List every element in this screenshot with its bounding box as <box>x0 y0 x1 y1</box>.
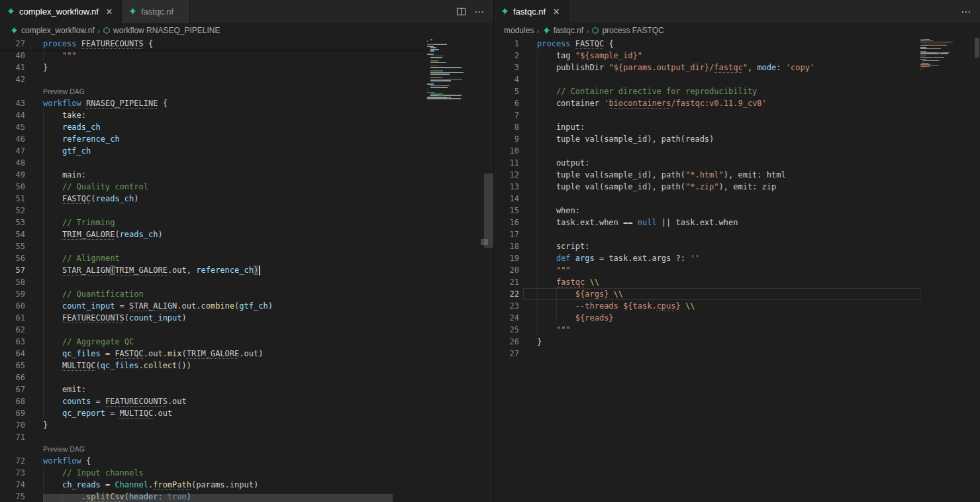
code-line[interactable]: 15 when: <box>494 205 980 217</box>
code-line[interactable]: 60 count_input = STAR_ALIGN.out.combine(… <box>0 300 493 312</box>
minimap-line <box>920 70 961 70</box>
more-actions-icon[interactable]: ⋯ <box>959 5 973 19</box>
code-token: = <box>115 301 129 311</box>
code-line[interactable]: 64 qc_files = FASTQC.out.mix(TRIM_GALORE… <box>0 348 493 360</box>
code-line[interactable]: 69 qc_report = MULTIQC.out <box>0 407 493 419</box>
code-line[interactable]: 24 ${reads} <box>494 312 980 324</box>
code-text: qc_report = MULTIQC.out <box>43 407 172 419</box>
breadcrumb-item[interactable]: fastqc.nf <box>542 26 583 35</box>
code-line[interactable]: 61 FEATURECOUNTS(count_input) <box>0 312 493 324</box>
code-line[interactable]: 71 <box>0 431 493 443</box>
code-line[interactable]: 74 ch_reads = Channel.fromPath(params.in… <box>0 479 493 491</box>
code-line[interactable]: 9 tuple val(sample_id), path(reads) <box>494 133 980 145</box>
code-line[interactable]: 8 input: <box>494 121 980 133</box>
code-line[interactable]: 42 <box>0 74 493 85</box>
code-line[interactable]: 18 script: <box>494 240 980 252</box>
code-line[interactable]: 66 <box>0 372 493 383</box>
code-text: take: <box>43 109 86 121</box>
codelens-preview-dag[interactable]: Preview DAG <box>43 445 85 453</box>
breadcrumb-item[interactable]: modules <box>504 26 534 35</box>
code-line[interactable]: 41} <box>0 62 493 74</box>
code-token: "${params.output_dir}/ <box>609 63 714 72</box>
code-line[interactable]: 4 <box>494 74 980 85</box>
editor[interactable]: 40 """41}42Preview DAG43workflow RNASEQ_… <box>0 38 493 502</box>
code-line[interactable]: 19 def args = task.ext.args ?: '' <box>494 252 980 264</box>
editor[interactable]: 1process FASTQC {2 tag "${sample_id}"3 p… <box>494 38 980 502</box>
line-number: 43 <box>0 97 25 109</box>
code-line[interactable]: 51 FASTQC(reads_ch) <box>0 193 493 205</box>
code-line[interactable]: 10 <box>494 145 980 157</box>
code-line[interactable]: 65 MULTIQC(qc_files.collect()) <box>0 360 493 372</box>
code-line[interactable]: 26} <box>494 336 980 348</box>
code-line[interactable]: 72workflow { <box>0 455 493 467</box>
tab-close-icon[interactable]: × <box>103 5 116 19</box>
code-line[interactable]: 17 <box>494 228 980 240</box>
code-line[interactable]: 7 <box>494 109 980 121</box>
more-actions-icon[interactable]: ⋯ <box>472 5 487 19</box>
code-line[interactable]: 21 fastqc \\ <box>494 276 980 288</box>
code-line[interactable]: 45 reads_ch <box>0 121 493 133</box>
editor-group-divider[interactable] <box>493 0 494 502</box>
code-line[interactable]: 40 """ <box>0 50 493 62</box>
code-line[interactable]: 73 // Input channels <box>0 467 493 479</box>
tab-fastqc-nf[interactable]: fastqc.nf× <box>494 0 569 23</box>
code-line[interactable]: 22 ${args} \\ <box>494 288 980 300</box>
horizontal-scrollbar[interactable] <box>43 494 393 502</box>
tab-close-icon[interactable]: × <box>550 5 563 19</box>
tab-fastqc-nf[interactable]: fastqc.nf <box>122 0 190 23</box>
sticky-scroll-line[interactable]: 27process FEATURECOUNTS { <box>0 38 427 50</box>
code-line[interactable]: 54 TRIM_GALORE(reads_ch) <box>0 228 493 240</box>
vertical-scrollbar[interactable] <box>484 174 493 248</box>
breadcrumb-item[interactable]: process FASTQC <box>591 26 663 35</box>
code-line[interactable]: 62 <box>0 324 493 336</box>
code-line[interactable]: 23 --threads ${task.cpus} \\ <box>494 300 980 312</box>
minimap[interactable] <box>427 39 484 100</box>
code-line[interactable]: 20 """ <box>494 264 980 276</box>
code-line[interactable]: 49 main: <box>0 169 493 181</box>
code-line[interactable]: 12 tuple val(sample_id), path("*.html"),… <box>494 169 980 181</box>
code-line[interactable]: 27process FEATURECOUNTS { <box>0 38 427 50</box>
code-line[interactable]: 47 gtf_ch <box>0 145 493 157</box>
code-text: counts = FEATURECOUNTS.out <box>43 395 187 407</box>
code-line[interactable]: 1process FASTQC { <box>494 38 980 50</box>
code-token: def <box>556 254 575 263</box>
split-editor-icon[interactable] <box>454 5 468 19</box>
breadcrumb-item[interactable]: complex_workflow.nf <box>10 26 95 35</box>
codelens-row[interactable]: Preview DAG <box>0 443 493 455</box>
code-line[interactable]: 70} <box>0 419 493 431</box>
code-line[interactable]: 16 task.ext.when == null || task.ext.whe… <box>494 217 980 228</box>
code-line[interactable]: 27 <box>494 348 980 360</box>
code-line[interactable]: 13 tuple val(sample_id), path("*.zip"), … <box>494 181 980 193</box>
code-line[interactable]: 11 output: <box>494 157 980 169</box>
code-line[interactable]: 56 // Alignment <box>0 252 493 264</box>
minimap[interactable] <box>920 39 961 71</box>
codelens-preview-dag[interactable]: Preview DAG <box>43 87 85 95</box>
code-line[interactable]: 52 <box>0 205 493 217</box>
code-line[interactable]: 59 // Quantification <box>0 288 493 300</box>
code-token: workflow <box>43 99 86 108</box>
code-line[interactable]: 53 // Trimming <box>0 217 493 228</box>
code-line[interactable]: 55 <box>0 240 493 252</box>
code-line[interactable]: 14 <box>494 193 980 205</box>
code-line[interactable]: 25 """ <box>494 324 980 336</box>
code-line[interactable]: 58 <box>0 276 493 288</box>
line-number: 20 <box>494 264 519 276</box>
code-line[interactable]: 6 container 'biocontainers/fastqc:v0.11.… <box>494 97 980 109</box>
code-line[interactable]: 57 STAR_ALIGN(TRIM_GALORE.out, reference… <box>0 264 493 276</box>
codelens-row[interactable]: Preview DAG <box>0 85 493 97</box>
tab-complex-workflow-nf[interactable]: complex_workflow.nf× <box>0 0 122 23</box>
code-line[interactable]: 2 tag "${sample_id}" <box>494 50 980 62</box>
code-line[interactable]: 3 publishDir "${params.output_dir}/fastq… <box>494 62 980 74</box>
breadcrumb-item[interactable]: workflow RNASEQ_PIPELINE <box>103 26 220 35</box>
code-line[interactable]: 48 <box>0 157 493 169</box>
code-line[interactable]: 67 emit: <box>0 383 493 395</box>
code-line[interactable]: 46 reference_ch <box>0 133 493 145</box>
code-line[interactable]: 50 // Quality control <box>0 181 493 193</box>
vertical-scrollbar[interactable] <box>975 38 979 58</box>
code-line[interactable]: 68 counts = FEATURECOUNTS.out <box>0 395 493 407</box>
code-line[interactable]: 43workflow RNASEQ_PIPELINE { <box>0 97 493 109</box>
breadcrumb-separator: › <box>586 26 589 36</box>
code-line[interactable]: 5 // Container directive for reproducibi… <box>494 85 980 97</box>
code-line[interactable]: 63 // Aggregate QC <box>0 336 493 348</box>
code-line[interactable]: 44 take: <box>0 109 493 121</box>
